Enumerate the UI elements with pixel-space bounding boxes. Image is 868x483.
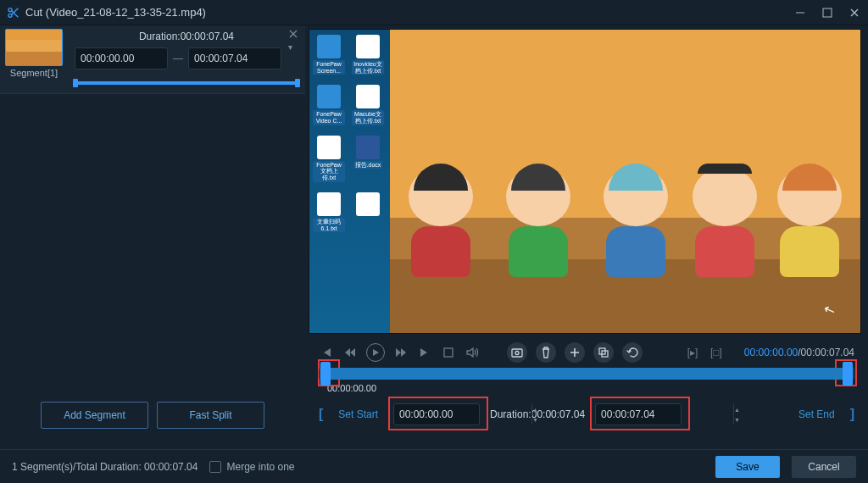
merge-checkbox[interactable] [209,461,221,473]
segment-thumbnail[interactable] [5,29,63,66]
title-bar: Cut (Video_21-08-12_13-35-21.mp4) [0,0,868,25]
bracket-close-icon: ] [850,407,854,422]
step-up-icon[interactable]: ▲ [734,404,740,414]
set-start-button[interactable]: Set Start [333,405,383,424]
segment-close-icon[interactable] [288,29,300,41]
highlight-start-input [388,397,488,430]
highlight-end-input [590,397,690,430]
cancel-button[interactable]: Cancel [792,456,856,478]
timeline-end-handle[interactable] [843,362,853,386]
delete-icon[interactable] [536,342,556,363]
svg-point-6 [515,352,519,355]
segment-range-slider[interactable] [75,81,298,85]
volume-icon[interactable] [465,345,480,360]
segment-start-input[interactable]: ▲▼ [75,47,168,69]
add-icon[interactable] [565,342,585,363]
merge-label: Merge into one [226,461,294,473]
step-up-icon[interactable]: ▲ [532,404,538,414]
snapshot-icon[interactable] [507,342,527,363]
step-down-icon[interactable]: ▼ [532,414,538,425]
segment-item[interactable]: Segment[1] Duration:00:00:07.04 ▾ ▲▼ — ▲… [0,25,305,94]
segment-panel: Segment[1] Duration:00:00:07.04 ▾ ▲▼ — ▲… [0,25,305,449]
frame-forward-icon[interactable] [393,345,409,360]
bracket-in-icon[interactable]: [▸] [685,345,700,360]
skip-back-icon[interactable] [319,345,334,360]
timecode: 00:00:00.00/00:00:07.04 [744,347,854,358]
video-preview[interactable]: FonePaw Screen... Inovideo文档上传.txt FoneP… [309,29,861,334]
save-button[interactable]: Save [715,456,780,478]
skip-forward-icon[interactable] [417,345,432,360]
svg-rect-5 [512,349,522,357]
timeline-position-label: 00:00:00.00 [319,383,854,393]
segment-end-input[interactable]: ▲▼ [188,47,281,69]
bottom-bar: 1 Segment(s)/Total Duration: 00:00:07.04… [0,449,868,483]
bracket-out-icon[interactable]: [□] [709,345,724,360]
timeline-start-handle[interactable] [320,362,331,386]
minimize-button[interactable] [793,6,807,19]
segment-collapse-icon[interactable]: ▾ [288,42,300,54]
copy-icon[interactable] [593,342,614,363]
timeline[interactable]: 00:00:00.00 [319,368,854,393]
set-range-bar: [ Set Start ▲▼ Duration:00:00:07.04 ▲▼ S… [305,393,868,425]
range-dash: — [173,53,183,64]
segments-summary: 1 Segment(s)/Total Duration: 00:00:07.04 [12,461,198,473]
svg-rect-4 [444,348,453,357]
frame-back-icon[interactable] [342,345,358,360]
add-segment-button[interactable]: Add Segment [41,402,148,429]
slider-start-handle[interactable] [73,79,78,87]
close-button[interactable] [848,6,861,19]
stop-button[interactable] [441,345,456,360]
playback-controls: [▸] [□] 00:00:00.00/00:00:07.04 [305,337,868,368]
segment-duration-label: Duration:00:00:07.04 [75,31,298,42]
scissors-icon [7,6,20,19]
step-down-icon[interactable]: ▼ [734,414,740,425]
slider-end-handle[interactable] [295,79,300,87]
set-end-button[interactable]: Set End [793,405,840,424]
svg-rect-3 [823,8,832,17]
maximize-button[interactable] [821,6,834,19]
undo-icon[interactable] [622,342,643,363]
bracket-open-icon: [ [319,407,323,422]
play-button[interactable] [366,343,385,362]
desktop-overlay: FonePaw Screen... Inovideo文档上传.txt FoneP… [309,30,390,333]
segment-end-field[interactable] [189,48,326,69]
fast-split-button[interactable]: Fast Split [157,402,264,429]
segment-label: Segment[1] [10,68,58,78]
window-title: Cut (Video_21-08-12_13-35-21.mp4) [25,6,793,19]
